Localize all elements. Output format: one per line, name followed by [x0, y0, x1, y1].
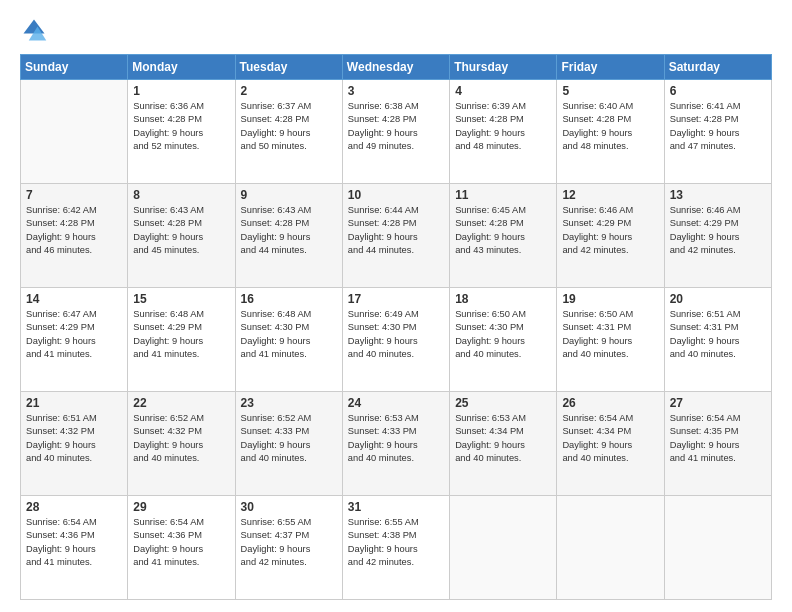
day-info: Sunrise: 6:54 AMSunset: 4:34 PMDaylight:… [562, 412, 658, 466]
day-info: Sunrise: 6:53 AMSunset: 4:33 PMDaylight:… [348, 412, 444, 466]
day-number: 27 [670, 396, 766, 410]
day-header-sunday: Sunday [21, 55, 128, 80]
day-number: 3 [348, 84, 444, 98]
day-number: 24 [348, 396, 444, 410]
day-info: Sunrise: 6:51 AMSunset: 4:31 PMDaylight:… [670, 308, 766, 362]
calendar-cell: 29Sunrise: 6:54 AMSunset: 4:36 PMDayligh… [128, 496, 235, 600]
day-info: Sunrise: 6:45 AMSunset: 4:28 PMDaylight:… [455, 204, 551, 258]
calendar-cell: 16Sunrise: 6:48 AMSunset: 4:30 PMDayligh… [235, 288, 342, 392]
day-info: Sunrise: 6:47 AMSunset: 4:29 PMDaylight:… [26, 308, 122, 362]
day-number: 5 [562, 84, 658, 98]
calendar-cell: 13Sunrise: 6:46 AMSunset: 4:29 PMDayligh… [664, 184, 771, 288]
day-info: Sunrise: 6:42 AMSunset: 4:28 PMDaylight:… [26, 204, 122, 258]
day-info: Sunrise: 6:51 AMSunset: 4:32 PMDaylight:… [26, 412, 122, 466]
day-header-wednesday: Wednesday [342, 55, 449, 80]
calendar-header: SundayMondayTuesdayWednesdayThursdayFrid… [21, 55, 772, 80]
day-number: 17 [348, 292, 444, 306]
logo-icon [20, 16, 48, 44]
day-number: 4 [455, 84, 551, 98]
calendar-cell [664, 496, 771, 600]
day-header-thursday: Thursday [450, 55, 557, 80]
calendar-cell: 17Sunrise: 6:49 AMSunset: 4:30 PMDayligh… [342, 288, 449, 392]
calendar-cell: 14Sunrise: 6:47 AMSunset: 4:29 PMDayligh… [21, 288, 128, 392]
week-row-1: 7Sunrise: 6:42 AMSunset: 4:28 PMDaylight… [21, 184, 772, 288]
calendar-cell: 11Sunrise: 6:45 AMSunset: 4:28 PMDayligh… [450, 184, 557, 288]
day-info: Sunrise: 6:46 AMSunset: 4:29 PMDaylight:… [562, 204, 658, 258]
calendar-cell [557, 496, 664, 600]
day-info: Sunrise: 6:52 AMSunset: 4:33 PMDaylight:… [241, 412, 337, 466]
day-header-friday: Friday [557, 55, 664, 80]
calendar-cell: 18Sunrise: 6:50 AMSunset: 4:30 PMDayligh… [450, 288, 557, 392]
day-info: Sunrise: 6:55 AMSunset: 4:37 PMDaylight:… [241, 516, 337, 570]
calendar-cell: 6Sunrise: 6:41 AMSunset: 4:28 PMDaylight… [664, 80, 771, 184]
calendar-cell: 23Sunrise: 6:52 AMSunset: 4:33 PMDayligh… [235, 392, 342, 496]
day-number: 25 [455, 396, 551, 410]
day-number: 1 [133, 84, 229, 98]
day-number: 31 [348, 500, 444, 514]
day-number: 6 [670, 84, 766, 98]
calendar-cell [21, 80, 128, 184]
calendar-cell: 9Sunrise: 6:43 AMSunset: 4:28 PMDaylight… [235, 184, 342, 288]
day-number: 7 [26, 188, 122, 202]
week-row-0: 1Sunrise: 6:36 AMSunset: 4:28 PMDaylight… [21, 80, 772, 184]
calendar-cell: 4Sunrise: 6:39 AMSunset: 4:28 PMDaylight… [450, 80, 557, 184]
day-header-saturday: Saturday [664, 55, 771, 80]
calendar-cell: 1Sunrise: 6:36 AMSunset: 4:28 PMDaylight… [128, 80, 235, 184]
day-number: 2 [241, 84, 337, 98]
day-number: 29 [133, 500, 229, 514]
calendar-cell: 5Sunrise: 6:40 AMSunset: 4:28 PMDaylight… [557, 80, 664, 184]
day-number: 21 [26, 396, 122, 410]
calendar-cell [450, 496, 557, 600]
day-number: 30 [241, 500, 337, 514]
day-number: 14 [26, 292, 122, 306]
day-info: Sunrise: 6:39 AMSunset: 4:28 PMDaylight:… [455, 100, 551, 154]
day-info: Sunrise: 6:38 AMSunset: 4:28 PMDaylight:… [348, 100, 444, 154]
day-info: Sunrise: 6:54 AMSunset: 4:35 PMDaylight:… [670, 412, 766, 466]
calendar-cell: 22Sunrise: 6:52 AMSunset: 4:32 PMDayligh… [128, 392, 235, 496]
day-info: Sunrise: 6:41 AMSunset: 4:28 PMDaylight:… [670, 100, 766, 154]
calendar-cell: 7Sunrise: 6:42 AMSunset: 4:28 PMDaylight… [21, 184, 128, 288]
day-info: Sunrise: 6:48 AMSunset: 4:29 PMDaylight:… [133, 308, 229, 362]
day-info: Sunrise: 6:55 AMSunset: 4:38 PMDaylight:… [348, 516, 444, 570]
day-number: 9 [241, 188, 337, 202]
day-header-tuesday: Tuesday [235, 55, 342, 80]
calendar-cell: 8Sunrise: 6:43 AMSunset: 4:28 PMDaylight… [128, 184, 235, 288]
day-info: Sunrise: 6:43 AMSunset: 4:28 PMDaylight:… [133, 204, 229, 258]
day-number: 22 [133, 396, 229, 410]
week-row-3: 21Sunrise: 6:51 AMSunset: 4:32 PMDayligh… [21, 392, 772, 496]
calendar-cell: 10Sunrise: 6:44 AMSunset: 4:28 PMDayligh… [342, 184, 449, 288]
day-number: 8 [133, 188, 229, 202]
day-info: Sunrise: 6:48 AMSunset: 4:30 PMDaylight:… [241, 308, 337, 362]
header [20, 16, 772, 44]
calendar-cell: 25Sunrise: 6:53 AMSunset: 4:34 PMDayligh… [450, 392, 557, 496]
calendar-cell: 27Sunrise: 6:54 AMSunset: 4:35 PMDayligh… [664, 392, 771, 496]
calendar-cell: 26Sunrise: 6:54 AMSunset: 4:34 PMDayligh… [557, 392, 664, 496]
day-number: 28 [26, 500, 122, 514]
day-info: Sunrise: 6:40 AMSunset: 4:28 PMDaylight:… [562, 100, 658, 154]
calendar-table: SundayMondayTuesdayWednesdayThursdayFrid… [20, 54, 772, 600]
week-row-2: 14Sunrise: 6:47 AMSunset: 4:29 PMDayligh… [21, 288, 772, 392]
calendar-cell: 21Sunrise: 6:51 AMSunset: 4:32 PMDayligh… [21, 392, 128, 496]
calendar-cell: 12Sunrise: 6:46 AMSunset: 4:29 PMDayligh… [557, 184, 664, 288]
day-number: 16 [241, 292, 337, 306]
day-header-monday: Monday [128, 55, 235, 80]
calendar-cell: 2Sunrise: 6:37 AMSunset: 4:28 PMDaylight… [235, 80, 342, 184]
day-info: Sunrise: 6:36 AMSunset: 4:28 PMDaylight:… [133, 100, 229, 154]
day-number: 13 [670, 188, 766, 202]
day-info: Sunrise: 6:44 AMSunset: 4:28 PMDaylight:… [348, 204, 444, 258]
day-number: 12 [562, 188, 658, 202]
day-info: Sunrise: 6:46 AMSunset: 4:29 PMDaylight:… [670, 204, 766, 258]
day-number: 18 [455, 292, 551, 306]
day-info: Sunrise: 6:54 AMSunset: 4:36 PMDaylight:… [133, 516, 229, 570]
day-number: 20 [670, 292, 766, 306]
day-number: 10 [348, 188, 444, 202]
calendar-cell: 15Sunrise: 6:48 AMSunset: 4:29 PMDayligh… [128, 288, 235, 392]
day-info: Sunrise: 6:50 AMSunset: 4:31 PMDaylight:… [562, 308, 658, 362]
calendar-cell: 28Sunrise: 6:54 AMSunset: 4:36 PMDayligh… [21, 496, 128, 600]
day-info: Sunrise: 6:50 AMSunset: 4:30 PMDaylight:… [455, 308, 551, 362]
day-info: Sunrise: 6:54 AMSunset: 4:36 PMDaylight:… [26, 516, 122, 570]
calendar-cell: 24Sunrise: 6:53 AMSunset: 4:33 PMDayligh… [342, 392, 449, 496]
day-info: Sunrise: 6:37 AMSunset: 4:28 PMDaylight:… [241, 100, 337, 154]
day-number: 26 [562, 396, 658, 410]
svg-marker-0 [24, 20, 45, 34]
